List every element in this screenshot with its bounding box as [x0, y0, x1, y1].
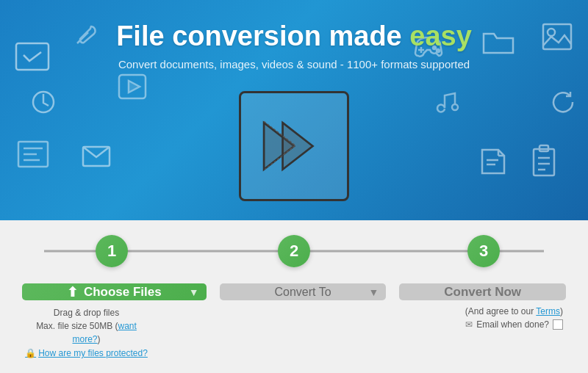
email-done-row: ✉ Email when done?: [465, 319, 563, 330]
sketch-icon-left-wrench: [74, 22, 98, 50]
sketch-icon-left-1: [13, 40, 51, 76]
sketch-icon-right-folder: [482, 29, 514, 59]
sketch-icon-right-clipboard: [529, 143, 559, 181]
hero-subtitle: Convert documents, images, videos & soun…: [118, 58, 470, 70]
step-2-circle: 2: [278, 235, 310, 267]
want-more-link[interactable]: want more?: [72, 321, 136, 344]
choose-files-button[interactable]: ⬆ Choose Files ▼: [22, 283, 207, 300]
below-right: (And agree to our Terms) ✉ Email when do…: [306, 306, 566, 358]
below-left: Drag & drop files Max. file size 50MB (w…: [22, 306, 151, 358]
svg-rect-15: [534, 149, 554, 175]
sketch-icon-music: [434, 88, 459, 116]
hero-center-icon: [239, 91, 349, 201]
sketch-icon-right-refresh: [549, 88, 577, 119]
svg-point-20: [452, 104, 458, 110]
steps-indicator: 1 2 3: [22, 235, 566, 267]
below-middle: [164, 306, 293, 358]
step-3-circle: 3: [467, 235, 500, 267]
buttons-row: ⬆ Choose Files ▼ Convert To ▼ Convert No…: [22, 283, 566, 300]
svg-point-10: [548, 29, 555, 36]
hero-section: File conversion made easy Convert docume…: [0, 0, 588, 220]
agree-text: (And agree to our Terms): [465, 306, 563, 316]
drag-drop-text: Drag & drop files Max. file size 50MB (w…: [22, 306, 151, 346]
below-row: Drag & drop files Max. file size 50MB (w…: [22, 306, 566, 358]
sketch-icon-play-left: [118, 73, 147, 103]
controls-section: 1 2 3 ⬆ Choose Files ▼ Convert To ▼ Conv…: [0, 220, 588, 373]
svg-rect-0: [16, 43, 49, 70]
choose-files-dropdown-arrow[interactable]: ▼: [189, 286, 199, 298]
convert-to-dropdown-arrow[interactable]: ▼: [368, 286, 379, 298]
convert-to-button[interactable]: Convert To ▼: [220, 283, 387, 300]
sketch-icon-left-2: [29, 88, 57, 119]
email-checkbox[interactable]: [553, 319, 563, 330]
sketch-icon-left-mail: [81, 143, 112, 171]
hero-title: File conversion made easy: [116, 21, 472, 52]
lock-icon: 🔒: [25, 348, 36, 358]
sketch-icon-right-note: [478, 147, 507, 179]
svg-marker-8: [129, 81, 140, 93]
svg-rect-9: [543, 24, 571, 49]
sketch-icon-left-3: [16, 140, 50, 172]
terms-link[interactable]: Terms: [536, 306, 560, 316]
convert-now-button[interactable]: Convert Now: [399, 283, 566, 300]
envelope-icon: ✉: [465, 319, 473, 330]
step-1-circle: 1: [96, 235, 128, 267]
sketch-icon-right-image: [541, 22, 573, 54]
protected-link[interactable]: 🔒 How are my files protected?: [25, 348, 148, 358]
upload-icon: ⬆: [67, 284, 78, 300]
